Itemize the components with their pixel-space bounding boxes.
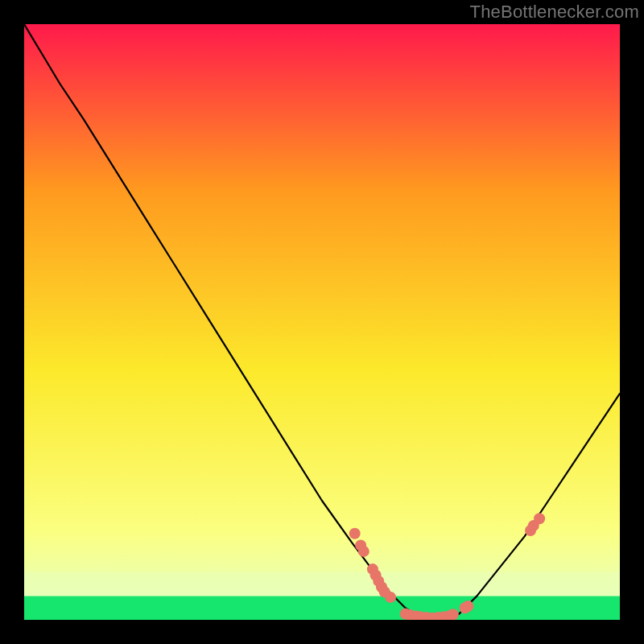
svg-rect-1	[24, 596, 620, 620]
svg-point-5	[358, 546, 369, 557]
chart-svg	[24, 24, 620, 620]
svg-rect-2	[24, 572, 620, 597]
svg-point-11	[385, 592, 396, 603]
svg-point-21	[448, 609, 459, 620]
svg-point-23	[462, 601, 473, 612]
plot-area	[24, 24, 620, 620]
svg-point-26	[534, 513, 545, 524]
chart-container: TheBottlenecker.com	[0, 0, 644, 644]
svg-point-3	[349, 528, 361, 539]
watermark-text: TheBottlenecker.com	[470, 2, 639, 23]
